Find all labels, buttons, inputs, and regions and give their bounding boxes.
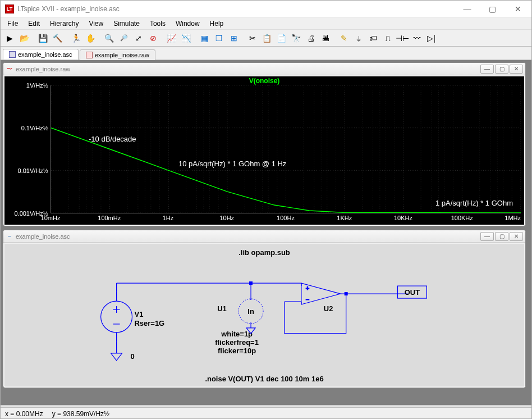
capacitor-button[interactable]: ⊣⊢	[395, 31, 409, 45]
cut-button[interactable]: ✂	[245, 31, 259, 45]
copy-button[interactable]: 📋	[260, 31, 274, 45]
menu-simulate[interactable]: Simulate	[109, 19, 144, 29]
menu-view[interactable]: View	[84, 19, 108, 29]
x-axis[interactable]: 10mHz 100mHz 1Hz 10Hz 100Hz 1KHz 10KHz 1…	[51, 213, 521, 225]
window-titlebar: LT LTspice XVII - example_inoise.asc — ▢…	[1, 1, 531, 17]
out-label[interactable]: OUT	[405, 288, 420, 297]
schematic-minimize-button[interactable]: —	[480, 232, 494, 241]
status-bar: x = 0.00MHz y = 938.59mV/Hz½	[1, 407, 531, 419]
x-tick: 10KHz	[394, 215, 412, 221]
x-tick: 100Hz	[277, 215, 295, 221]
plot-trace-title[interactable]: V(onoise)	[4, 76, 524, 85]
maximize-button[interactable]: ▢	[480, 1, 505, 17]
close-button[interactable]: ✕	[505, 1, 530, 17]
directive-lib[interactable]: .lib opamp.sub	[239, 248, 290, 257]
zoom-out-button[interactable]: 🔎	[117, 31, 131, 45]
y-tick: 0.01V/Hz½	[18, 167, 48, 174]
plot-window-title: example_inoise.raw	[16, 66, 70, 72]
x-tick: 1Hz	[163, 215, 174, 221]
directive-noise[interactable]: .noise V(OUT) V1 dec 100 10m 1e6	[205, 375, 323, 383]
horizontal-splitter[interactable]	[3, 227, 529, 230]
u1-name[interactable]: U1	[217, 304, 227, 313]
paste-button[interactable]: 📄	[274, 31, 288, 45]
tab-waveform[interactable]: example_inoise.raw	[80, 49, 155, 60]
plot-window-titlebar[interactable]: 〜 example_inoise.raw — ▢ ✕	[3, 63, 525, 75]
wire-net[interactable]	[117, 283, 408, 353]
inductor-button[interactable]: 〰	[410, 31, 424, 45]
document-tabs: example_inoise.asc example_inoise.raw	[1, 47, 531, 60]
plot-close-button[interactable]: ✕	[510, 65, 523, 74]
schematic-tab-icon	[9, 51, 16, 58]
zoom-fit-button[interactable]: ⤢	[131, 31, 145, 45]
menu-tools[interactable]: Tools	[145, 19, 170, 29]
ground-v1[interactable]	[111, 353, 122, 361]
svg-marker-73	[111, 353, 122, 361]
x-tick: 1MHz	[505, 215, 521, 221]
svg-point-67	[101, 301, 132, 333]
tab-label: example_inoise.asc	[18, 51, 72, 58]
schematic-canvas[interactable]: .lib opamp.sub .noise V(OUT) V1 dec 100 …	[4, 244, 524, 386]
save-button[interactable]: 💾	[36, 31, 50, 45]
y-tick: 1V/Hz½	[26, 82, 48, 89]
svg-rect-65	[249, 281, 253, 285]
schematic-close-button[interactable]: ✕	[510, 232, 523, 241]
diode-button[interactable]: ▷|	[424, 31, 438, 45]
zoom-back-button[interactable]: ⊘	[146, 31, 160, 45]
svg-rect-66	[345, 292, 348, 295]
v1-name[interactable]: V1	[135, 310, 144, 318]
tab-schematic[interactable]: example_inoise.asc	[3, 49, 79, 60]
run-button[interactable]: 🏃	[69, 31, 83, 45]
toolbar: ▶ 📂 💾 🔨 🏃 ✋ 🔍 🔎 ⤢ ⊘ 📈 📉 ▦ ❐ ⊞ ✂ 📋 📄 🔭 🖨 …	[1, 30, 531, 47]
component-v1[interactable]	[101, 292, 132, 342]
x-tick: 100KHz	[451, 215, 473, 221]
v1-value[interactable]: 0	[131, 352, 135, 361]
cascade-button[interactable]: ❐	[212, 31, 226, 45]
u1-label[interactable]: In	[247, 307, 254, 316]
svg-text:−: −	[306, 296, 309, 303]
label-net-button[interactable]: 🏷	[366, 31, 380, 45]
plot-window[interactable]: 〜 example_inoise.raw — ▢ ✕ V(onoise) 1V/…	[3, 62, 526, 226]
schematic-maximize-button[interactable]: ▢	[495, 232, 508, 241]
annotation-slope: -10 dB/decade	[89, 135, 136, 143]
close-all-button[interactable]: ⊞	[227, 31, 241, 45]
print-setup-button[interactable]: 🖶	[318, 31, 332, 45]
draw-wire-button[interactable]: ✎	[337, 31, 351, 45]
window-title: LTspice XVII - example_inoise.asc	[17, 5, 455, 13]
menu-edit[interactable]: Edit	[24, 19, 44, 29]
schematic-window[interactable]: ⎓ example_inoise.asc — ▢ ✕ .lib opamp.su…	[3, 230, 526, 388]
annotation-mid: 10 pA/sqrt(Hz) * 1 GOhm @ 1 Hz	[178, 160, 286, 168]
plot-maximize-button[interactable]: ▢	[495, 65, 508, 74]
halt-button[interactable]: ✋	[84, 31, 98, 45]
v1-params[interactable]: Rser=1G	[135, 319, 165, 327]
plot-grid[interactable]	[51, 85, 521, 213]
print-button[interactable]: 🖨	[304, 31, 318, 45]
control-panel-button[interactable]: 🔨	[51, 31, 65, 45]
u1-p2[interactable]: flickerfreq=1	[215, 338, 259, 347]
find-button[interactable]: 🔭	[289, 31, 303, 45]
open-button[interactable]: 📂	[17, 31, 31, 45]
tile-button[interactable]: ▦	[198, 31, 212, 45]
minimize-button[interactable]: —	[455, 1, 480, 17]
plot-area[interactable]: V(onoise) 1V/Hz½ 0.1V/Hz½ 0.01V/Hz½ 0.00…	[4, 76, 524, 225]
menu-hierarchy[interactable]: Hierarchy	[45, 19, 83, 29]
menu-help[interactable]: Help	[205, 19, 228, 29]
pick-trace-button[interactable]: 📉	[179, 31, 193, 45]
schematic-window-titlebar[interactable]: ⎓ example_inoise.asc — ▢ ✕	[3, 230, 525, 243]
plot-minimize-button[interactable]: —	[480, 65, 494, 74]
menu-window[interactable]: Window	[171, 19, 204, 29]
status-y: y = 938.59mV/Hz½	[52, 410, 109, 418]
x-tick: 10Hz	[219, 215, 234, 221]
resistor-button[interactable]: ⎍	[380, 31, 395, 45]
y-axis[interactable]: 1V/Hz½ 0.1V/Hz½ 0.01V/Hz½ 0.001V/Hz½	[4, 85, 51, 213]
component-u2[interactable]: + −	[301, 283, 341, 304]
u1-p3[interactable]: flicker=10p	[218, 347, 256, 355]
ground-button[interactable]: ⏚	[351, 31, 365, 45]
waveform-icon: 〜	[6, 65, 13, 73]
u2-name[interactable]: U2	[324, 304, 333, 313]
autorange-button[interactable]: 📈	[164, 31, 178, 45]
mdi-area: 〜 example_inoise.raw — ▢ ✕ V(onoise) 1V/…	[1, 60, 531, 405]
new-schematic-button[interactable]: ▶	[3, 31, 17, 45]
zoom-in-button[interactable]: 🔍	[102, 31, 116, 45]
menu-file[interactable]: File	[3, 19, 22, 29]
u1-p1[interactable]: white=1p	[221, 330, 253, 338]
